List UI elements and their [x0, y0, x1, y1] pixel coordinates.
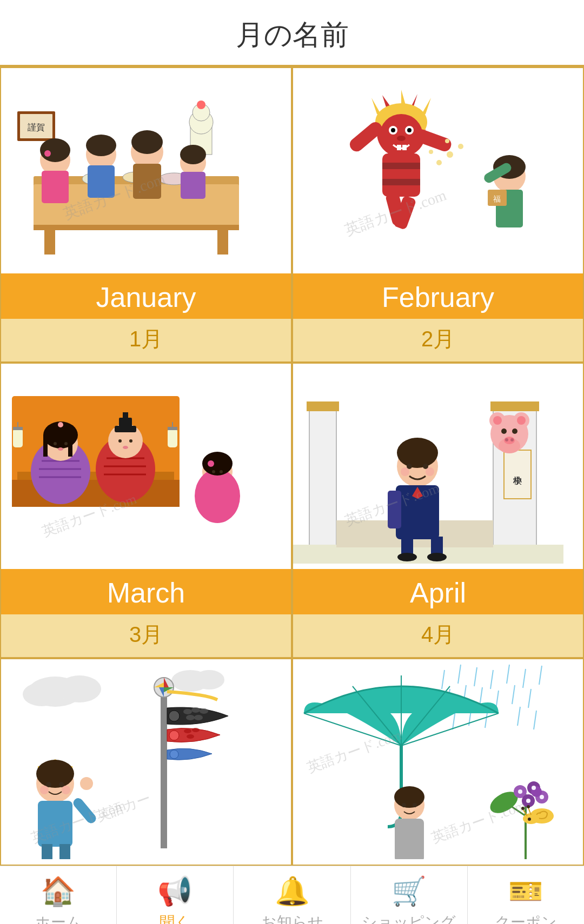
nav-item-coupon[interactable]: 🎫 クーポン [468, 866, 584, 924]
svg-point-226 [527, 805, 530, 808]
card-label-en-march: March [1, 569, 291, 614]
svg-point-151 [200, 708, 208, 714]
svg-point-206 [402, 803, 406, 807]
card-image-june: 英語カード.com 英語カード.com [293, 659, 583, 865]
svg-point-171 [40, 786, 49, 794]
svg-rect-89 [13, 428, 23, 447]
svg-point-41 [397, 136, 406, 141]
svg-rect-85 [123, 412, 128, 420]
svg-rect-208 [395, 819, 424, 859]
svg-point-129 [501, 428, 507, 434]
svg-rect-141 [161, 686, 167, 848]
nav-item-shopping[interactable]: 🛒 ショッピング [351, 866, 468, 924]
svg-point-154 [169, 731, 179, 740]
svg-point-219 [540, 795, 544, 799]
svg-line-185 [523, 669, 526, 688]
svg-point-115 [426, 467, 434, 476]
card-january[interactable]: 謹賀 英語カード.com [0, 67, 292, 363]
card-february[interactable]: 福 英語カード.com February 2月 [292, 67, 584, 363]
svg-point-130 [512, 428, 517, 434]
svg-line-192 [528, 689, 531, 708]
listen-icon: 📢 [157, 875, 193, 908]
svg-point-205 [394, 786, 424, 808]
svg-point-227 [528, 818, 531, 821]
svg-rect-46 [382, 179, 420, 185]
svg-point-99 [212, 470, 215, 473]
svg-point-59 [445, 139, 449, 143]
svg-point-55 [447, 151, 453, 158]
svg-point-39 [391, 128, 395, 132]
svg-marker-35 [420, 98, 431, 117]
svg-point-58 [429, 150, 433, 154]
svg-rect-90 [13, 427, 23, 430]
svg-rect-16 [42, 171, 69, 203]
svg-point-157 [192, 728, 200, 732]
card-image-may: 英語カード.com 英語カー [1, 659, 291, 865]
nav-item-home[interactable]: 🏠 ホーム [0, 866, 117, 924]
svg-point-159 [170, 750, 178, 759]
svg-line-182 [474, 667, 477, 686]
svg-point-149 [183, 709, 192, 714]
card-image-february: 福 英語カード.com [293, 68, 583, 273]
home-icon: 🏠 [41, 875, 76, 908]
svg-line-191 [512, 685, 515, 704]
card-march[interactable]: 英語カード.com March 3月 [0, 363, 292, 658]
svg-point-137 [58, 675, 101, 702]
nav-item-listen[interactable]: 📢 聞く [117, 866, 234, 924]
svg-point-132 [505, 438, 508, 441]
svg-text:英語カード.com: 英語カード.com [429, 798, 528, 846]
svg-point-87 [129, 439, 132, 443]
svg-text:謹賀: 謹賀 [28, 123, 45, 132]
nav-item-notice[interactable]: 🔔 お知らせ [234, 866, 350, 924]
card-label-en-january: January [1, 273, 291, 319]
nav-label-notice: お知らせ [261, 912, 323, 924]
svg-point-220 [526, 799, 530, 803]
svg-point-97 [202, 452, 233, 476]
svg-line-180 [442, 670, 444, 689]
svg-line-183 [490, 670, 493, 689]
shopping-icon: 🛒 [391, 875, 427, 908]
card-label-ja-april: 4月 [293, 614, 583, 657]
svg-rect-104 [307, 401, 339, 411]
svg-text:英語カード.com: 英語カード.com [305, 727, 403, 776]
svg-line-186 [539, 666, 542, 685]
nav-label-home: ホーム [35, 912, 82, 924]
svg-rect-92 [168, 428, 177, 447]
page-title: 月の名前 [0, 0, 584, 65]
nav-label-coupon: クーポン [495, 912, 557, 924]
svg-point-75 [54, 442, 57, 445]
svg-rect-3 [44, 227, 55, 255]
svg-point-11 [197, 101, 205, 109]
svg-point-27 [180, 145, 206, 164]
svg-point-21 [86, 135, 116, 156]
card-june[interactable]: 英語カード.com 英語カード.com [292, 658, 584, 866]
card-image-january: 謹賀 英語カード.com [1, 68, 291, 273]
svg-point-168 [36, 760, 74, 788]
svg-point-156 [184, 729, 191, 733]
bottom-nav: 🏠 ホーム 📢 聞く 🔔 お知らせ 🛒 ショッピング 🎫 クーポン [0, 866, 584, 924]
svg-point-88 [123, 446, 128, 449]
card-label-ja-february: 2月 [293, 319, 583, 361]
svg-point-77 [58, 447, 63, 451]
svg-rect-26 [181, 172, 205, 199]
month-grid: 謹賀 英語カード.com [0, 67, 584, 866]
svg-text:福: 福 [493, 195, 501, 203]
svg-point-100 [220, 470, 223, 473]
svg-point-150 [191, 707, 200, 713]
svg-point-17 [40, 138, 70, 162]
svg-line-196 [517, 707, 520, 726]
svg-line-184 [507, 665, 509, 684]
nav-label-shopping: ショッピング [362, 912, 456, 924]
card-april[interactable]: 小学校 [292, 363, 584, 658]
svg-rect-102 [309, 407, 336, 547]
svg-point-128 [517, 416, 526, 425]
svg-point-98 [208, 460, 214, 467]
svg-marker-34 [401, 90, 407, 109]
svg-line-197 [534, 711, 536, 729]
svg-point-121 [397, 553, 417, 561]
svg-point-96 [195, 469, 240, 523]
svg-point-152 [186, 715, 195, 720]
svg-point-24 [131, 130, 163, 154]
card-may[interactable]: 英語カード.com 英語カー [0, 658, 292, 866]
svg-point-218 [532, 786, 536, 790]
